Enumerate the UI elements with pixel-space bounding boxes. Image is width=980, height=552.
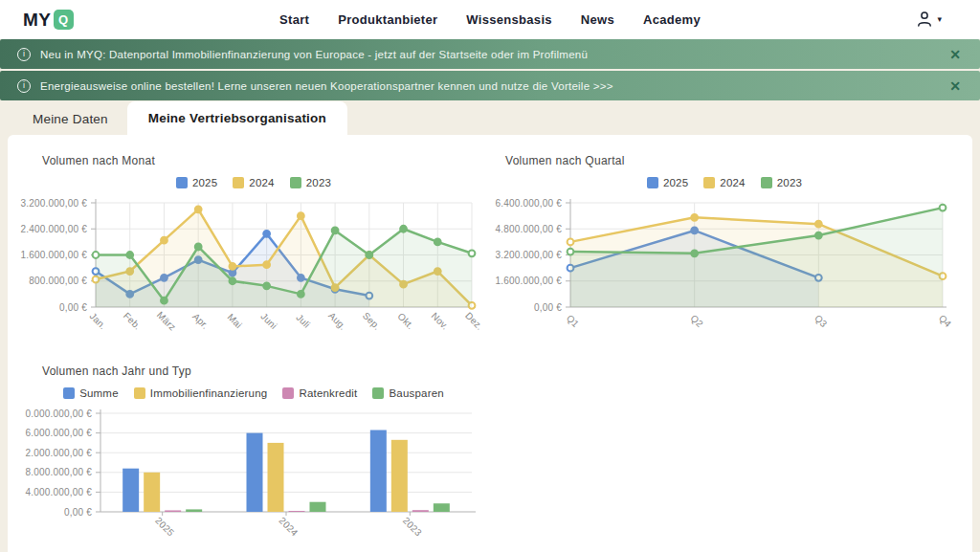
- svg-text:Dez.: Dez.: [463, 310, 485, 332]
- legend-swatch: [290, 177, 301, 188]
- svg-text:Q2: Q2: [688, 313, 705, 330]
- svg-text:Nov.: Nov.: [430, 310, 451, 331]
- profile-menu-button[interactable]: ▾: [915, 10, 942, 29]
- chart-title: Volumen nach Jahr und Typ: [42, 364, 488, 378]
- svg-text:0.000.000,00 €: 0.000.000,00 €: [25, 408, 92, 419]
- chart-legend: SummeImmobilienfinanzierungRatenkreditBa…: [19, 386, 488, 400]
- svg-text:8.000.000,00 €: 8.000.000,00 €: [25, 467, 92, 477]
- legend-swatch: [372, 387, 384, 399]
- legend-label: 2025: [663, 177, 688, 188]
- svg-text:2.000.000,00 €: 2.000.000,00 €: [25, 448, 92, 458]
- legend-label: 2023: [777, 177, 802, 188]
- svg-text:Mai: Mai: [226, 312, 245, 331]
- main-nav: Start Produktanbieter Wissensbasis News …: [0, 12, 980, 27]
- myq-logo[interactable]: MY Q: [23, 10, 74, 31]
- legend-swatch: [703, 177, 715, 188]
- legend-item-2025[interactable]: 2025: [176, 177, 217, 188]
- legend-label: Summe: [79, 387, 119, 399]
- chart-volumen-nach-monat: Volumen nach Monat 202520242023 3.200.00…: [19, 154, 488, 356]
- svg-text:1.600.000,00 €: 1.600.000,00 €: [20, 250, 87, 260]
- svg-text:Juli: Juli: [294, 312, 312, 330]
- svg-text:1.600.000,00 €: 1.600.000,00 €: [495, 276, 562, 286]
- logo-q-badge: Q: [54, 10, 74, 30]
- svg-text:Okt.: Okt.: [395, 311, 415, 331]
- svg-text:3.200.000,00 €: 3.200.000,00 €: [495, 250, 562, 260]
- svg-text:2023: 2023: [401, 515, 424, 538]
- legend-swatch: [282, 387, 294, 399]
- svg-text:Q1: Q1: [565, 313, 582, 330]
- nav-item-produktanbieter[interactable]: Produktanbieter: [338, 12, 437, 27]
- svg-text:Q4: Q4: [937, 313, 954, 330]
- legend-label: 2025: [192, 177, 217, 188]
- legend-item-immobilienfinanzierung[interactable]: Immobilienfinanzierung: [134, 387, 268, 399]
- tab-bar: Meine Daten Meine Vertriebsorganisation: [13, 101, 347, 135]
- legend-item-2023[interactable]: 2023: [290, 177, 331, 188]
- svg-text:2024: 2024: [277, 515, 300, 538]
- legend-label: Ratenkredit: [299, 387, 357, 399]
- legend-label: Immobilienfinanzierung: [150, 387, 268, 399]
- svg-text:Apr.: Apr.: [190, 311, 211, 331]
- svg-text:800.000,00 €: 800.000,00 €: [29, 276, 87, 286]
- legend-item-summe[interactable]: Summe: [63, 387, 119, 399]
- legend-item-bausparen[interactable]: Bausparen: [372, 387, 443, 399]
- svg-text:4.000.000,00 €: 4.000.000,00 €: [25, 487, 92, 497]
- svg-text:Aug.: Aug.: [326, 310, 348, 332]
- nav-item-academy[interactable]: Academy: [643, 12, 701, 27]
- banner-datenportal: i Neu in MYQ: Datenportal Immobilienfina…: [0, 39, 980, 69]
- svg-text:2025: 2025: [153, 515, 176, 538]
- svg-text:6.000.000,00 €: 6.000.000,00 €: [25, 428, 92, 438]
- chart-volumen-nach-quartal: Volumen nach Quartal 202520242023 6.400.…: [490, 154, 959, 356]
- line-chart-quartal: 6.400.000,00 €4.800.000,00 €3.200.000,00…: [490, 195, 959, 356]
- svg-text:0,00 €: 0,00 €: [534, 302, 562, 313]
- chevron-down-icon: ▾: [937, 14, 942, 24]
- chart-title: Volumen nach Monat: [42, 154, 488, 167]
- legend-item-2023[interactable]: 2023: [761, 177, 802, 188]
- legend-swatch: [63, 387, 75, 399]
- logo-text: MY: [23, 10, 52, 31]
- legend-swatch: [134, 387, 145, 399]
- svg-text:6.400.000,00 €: 6.400.000,00 €: [495, 198, 562, 209]
- legend-item-2025[interactable]: 2025: [647, 177, 688, 188]
- chart-legend: 202520242023: [490, 175, 959, 189]
- legend-swatch: [233, 177, 244, 188]
- svg-text:4.800.000,00 €: 4.800.000,00 €: [495, 224, 562, 234]
- legend-item-2024[interactable]: 2024: [703, 177, 745, 188]
- close-icon[interactable]: ✕: [949, 78, 961, 94]
- nav-item-news[interactable]: News: [581, 12, 614, 27]
- svg-text:3.200.000,00 €: 3.200.000,00 €: [20, 198, 87, 209]
- info-icon: i: [17, 79, 31, 93]
- dashboard-panel: Volumen nach Monat 202520242023 3.200.00…: [8, 135, 972, 552]
- svg-text:Q3: Q3: [813, 313, 830, 330]
- chart-volumen-nach-jahr-und-typ: Volumen nach Jahr und Typ SummeImmobilie…: [19, 364, 488, 548]
- svg-text:Feb.: Feb.: [122, 310, 143, 331]
- legend-swatch: [176, 177, 188, 188]
- legend-label: Bausparen: [389, 387, 443, 399]
- svg-text:0,00 €: 0,00 €: [59, 302, 87, 313]
- chart-title: Volumen nach Quartal: [505, 154, 959, 167]
- close-icon[interactable]: ✕: [949, 47, 961, 62]
- user-icon: [915, 10, 934, 29]
- legend-swatch: [761, 177, 772, 188]
- tab-meine-daten[interactable]: Meine Daten: [13, 103, 127, 135]
- svg-text:Juni: Juni: [258, 311, 278, 331]
- banner-energieausweise: i Energieausweise online bestellen! Lern…: [0, 71, 980, 100]
- chart-legend: 202520242023: [19, 175, 488, 189]
- svg-text:Sep.: Sep.: [361, 310, 383, 332]
- bar-chart-jahr-typ: 0.000.000,00 €6.000.000,00 €2.000.000,00…: [19, 405, 488, 548]
- banner-text: Energieausweise online bestellen! Lerne …: [40, 80, 613, 92]
- legend-item-ratenkredit[interactable]: Ratenkredit: [282, 387, 357, 399]
- svg-text:0,00 €: 0,00 €: [64, 507, 92, 518]
- top-header: MY Q Start Produktanbieter Wissensbasis …: [0, 0, 980, 39]
- legend-swatch: [647, 177, 658, 188]
- legend-label: 2024: [249, 177, 274, 188]
- legend-item-2024[interactable]: 2024: [233, 177, 274, 188]
- nav-item-start[interactable]: Start: [279, 12, 309, 27]
- legend-label: 2023: [306, 177, 331, 188]
- nav-item-wissensbasis[interactable]: Wissensbasis: [466, 12, 551, 27]
- svg-text:März: März: [155, 309, 178, 332]
- banner-text: Neu in MYQ: Datenportal Immobilienfinanz…: [40, 49, 588, 60]
- line-chart-monat: 3.200.000,00 €2.400.000,00 €1.600.000,00…: [19, 195, 488, 356]
- svg-text:2.400.000,00 €: 2.400.000,00 €: [20, 224, 87, 234]
- tab-meine-vertriebsorganisation[interactable]: Meine Vertriebsorganisation: [127, 101, 347, 135]
- info-icon: i: [17, 48, 31, 61]
